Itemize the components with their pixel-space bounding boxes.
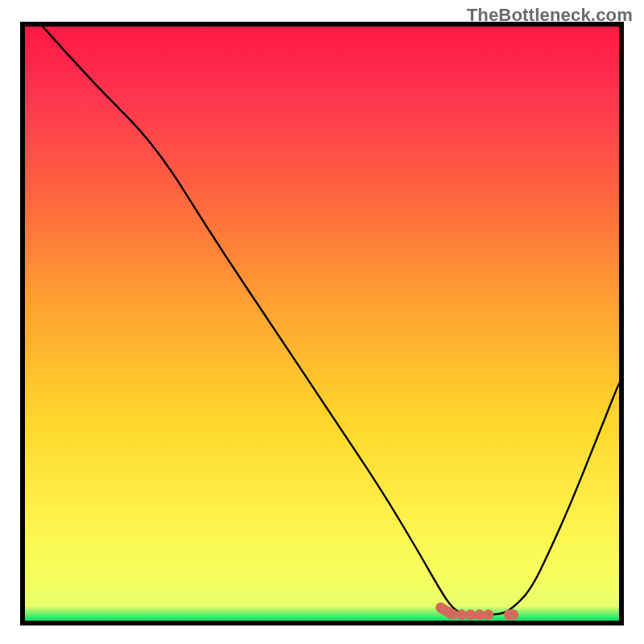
marker-dot <box>456 609 467 620</box>
marker-dot <box>483 609 493 620</box>
plot-background <box>25 27 619 621</box>
chart-svg <box>0 0 644 644</box>
marker-dot <box>508 609 518 620</box>
marker-dot <box>465 609 476 620</box>
chart-container: TheBottleneck.com <box>0 0 644 644</box>
